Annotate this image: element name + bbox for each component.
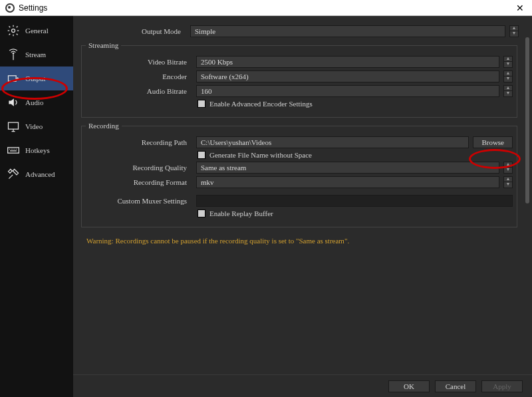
sidebar-item-label: Advanced	[25, 170, 55, 178]
output-mode-label: Output Mode	[80, 27, 186, 35]
advanced-encoder-label: Enable Advanced Encoder Settings	[209, 100, 313, 108]
sidebar-item-label: Output	[25, 74, 46, 82]
window-title: Settings	[19, 3, 47, 13]
encoder-select[interactable]: Software (x264)	[196, 70, 499, 82]
recording-path-label: Recording Path	[86, 138, 192, 146]
recording-format-spinner[interactable]: ▲▼	[503, 176, 513, 188]
output-icon	[7, 72, 20, 85]
warning-text: Warning: Recordings cannot be paused if …	[80, 231, 519, 250]
settings-body: General Stream Output Audio Video	[0, 16, 532, 397]
keyboard-icon	[7, 144, 20, 157]
antenna-icon	[7, 48, 20, 61]
audio-bitrate-label: Audio Bitrate	[86, 87, 192, 95]
recording-path-input[interactable]: C:\Users\yushan\Videos	[196, 136, 469, 148]
sidebar-item-label: Hotkeys	[25, 146, 50, 154]
recording-quality-label: Recording Quality	[86, 164, 192, 172]
sidebar: General Stream Output Audio Video	[0, 16, 73, 397]
recording-quality-spinner[interactable]: ▲▼	[503, 162, 513, 174]
svg-point-0	[12, 29, 15, 33]
apply-button[interactable]: Apply	[481, 380, 523, 392]
scrollbar-thumb[interactable]	[525, 37, 529, 203]
speaker-icon	[7, 96, 20, 109]
recording-format-select[interactable]: mkv	[196, 176, 499, 188]
output-mode-spinner[interactable]: ▲▼	[509, 25, 519, 37]
recording-group: Recording Recording Path C:\Users\yushan…	[81, 122, 517, 227]
dialog-buttonbar: OK Cancel Apply	[73, 374, 532, 397]
filename-nospace-label: Generate File Name without Space	[209, 151, 312, 159]
svg-rect-2	[9, 76, 17, 81]
video-bitrate-input[interactable]: 2500 Kbps	[196, 56, 499, 68]
content-area: Output Mode Simple ▲▼ Streaming Video Bi…	[73, 16, 532, 397]
recording-quality-select[interactable]: Same as stream	[196, 162, 499, 174]
encoder-spinner[interactable]: ▲▼	[503, 70, 513, 82]
recording-legend: Recording	[86, 122, 122, 130]
ok-button[interactable]: OK	[388, 380, 430, 392]
titlebar: Settings ✕	[0, 0, 532, 16]
monitor-icon	[7, 120, 20, 133]
muxer-label: Custom Muxer Settings	[86, 197, 192, 205]
recording-format-label: Recording Format	[86, 178, 192, 186]
sidebar-item-audio[interactable]: Audio	[0, 90, 73, 114]
browse-button[interactable]: Browse	[473, 136, 513, 148]
sidebar-item-stream[interactable]: Stream	[0, 43, 73, 66]
replay-buffer-label: Enable Replay Buffer	[209, 209, 273, 217]
gear-icon	[7, 24, 20, 37]
sidebar-item-output[interactable]: Output	[0, 66, 73, 90]
filename-nospace-checkbox[interactable]	[198, 151, 205, 159]
advanced-encoder-checkbox[interactable]	[198, 100, 205, 108]
svg-rect-4	[8, 148, 19, 153]
sidebar-item-general[interactable]: General	[0, 19, 73, 43]
audio-bitrate-select[interactable]: 160	[196, 85, 499, 97]
replay-buffer-checkbox[interactable]	[198, 209, 205, 217]
streaming-group: Streaming Video Bitrate 2500 Kbps ▲▼ Enc…	[81, 41, 517, 118]
encoder-label: Encoder	[86, 72, 192, 80]
sidebar-item-label: General	[25, 27, 49, 35]
sidebar-item-advanced[interactable]: Advanced	[0, 162, 73, 186]
output-mode-select[interactable]: Simple	[190, 25, 505, 37]
streaming-legend: Streaming	[86, 41, 121, 49]
sidebar-item-label: Audio	[25, 98, 44, 106]
svg-rect-3	[9, 122, 19, 129]
svg-point-1	[13, 53, 14, 55]
sidebar-item-label: Video	[25, 122, 43, 130]
sidebar-item-video[interactable]: Video	[0, 114, 73, 138]
cancel-button[interactable]: Cancel	[435, 380, 476, 392]
video-bitrate-spinner[interactable]: ▲▼	[503, 56, 513, 68]
app-icon	[5, 3, 15, 13]
tools-icon	[7, 168, 20, 181]
sidebar-item-hotkeys[interactable]: Hotkeys	[0, 138, 73, 162]
sidebar-item-label: Stream	[25, 51, 46, 59]
window-close-button[interactable]: ✕	[513, 3, 527, 13]
audio-bitrate-spinner[interactable]: ▲▼	[503, 85, 513, 97]
video-bitrate-label: Video Bitrate	[86, 58, 192, 66]
muxer-input[interactable]	[196, 195, 513, 207]
